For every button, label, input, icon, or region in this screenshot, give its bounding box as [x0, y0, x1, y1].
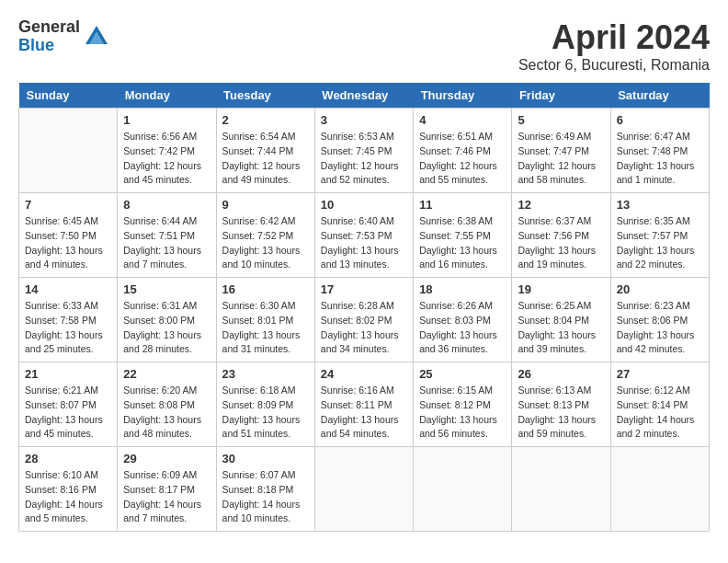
day-cell: 27Sunrise: 6:12 AM Sunset: 8:14 PM Dayli…	[610, 362, 709, 447]
day-info: Sunrise: 6:44 AM Sunset: 7:51 PM Dayligh…	[123, 214, 210, 272]
day-number: 18	[419, 282, 506, 296]
day-info: Sunrise: 6:56 AM Sunset: 7:42 PM Dayligh…	[123, 130, 210, 188]
day-info: Sunrise: 6:37 AM Sunset: 7:56 PM Dayligh…	[518, 214, 604, 272]
day-cell: 19Sunrise: 6:25 AM Sunset: 8:04 PM Dayli…	[512, 278, 610, 362]
day-number: 7	[25, 198, 111, 212]
day-number: 5	[518, 113, 604, 127]
logo: General Blue	[18, 18, 109, 55]
empty-cell	[19, 109, 118, 193]
day-info: Sunrise: 6:16 AM Sunset: 8:11 PM Dayligh…	[321, 384, 407, 442]
day-info: Sunrise: 6:07 AM Sunset: 8:18 PM Dayligh…	[222, 468, 309, 526]
empty-cell	[610, 447, 709, 532]
day-number: 22	[123, 367, 210, 381]
day-cell: 28Sunrise: 6:10 AM Sunset: 8:16 PM Dayli…	[19, 447, 118, 532]
day-number: 2	[222, 113, 309, 127]
day-number: 13	[617, 198, 703, 212]
day-number: 3	[321, 113, 407, 127]
day-number: 29	[123, 452, 210, 465]
day-info: Sunrise: 6:47 AM Sunset: 7:48 PM Dayligh…	[617, 130, 703, 188]
header-saturday: Saturday	[610, 83, 709, 109]
day-info: Sunrise: 6:13 AM Sunset: 8:13 PM Dayligh…	[518, 384, 604, 442]
day-info: Sunrise: 6:20 AM Sunset: 8:08 PM Dayligh…	[123, 384, 210, 442]
day-number: 4	[419, 113, 506, 127]
day-cell: 13Sunrise: 6:35 AM Sunset: 7:57 PM Dayli…	[610, 193, 709, 278]
header-friday: Friday	[512, 83, 610, 109]
header-monday: Monday	[118, 83, 216, 109]
logo-blue: Blue	[18, 37, 80, 55]
day-cell: 7Sunrise: 6:45 AM Sunset: 7:50 PM Daylig…	[19, 193, 118, 278]
day-info: Sunrise: 6:25 AM Sunset: 8:04 PM Dayligh…	[518, 299, 604, 357]
day-number: 16	[222, 282, 309, 296]
day-info: Sunrise: 6:28 AM Sunset: 8:02 PM Dayligh…	[321, 299, 407, 357]
day-number: 17	[321, 282, 407, 296]
calendar-header-row: SundayMondayTuesdayWednesdayThursdayFrid…	[19, 83, 710, 109]
day-cell: 29Sunrise: 6:09 AM Sunset: 8:17 PM Dayli…	[118, 447, 216, 532]
day-cell: 2Sunrise: 6:54 AM Sunset: 7:44 PM Daylig…	[216, 109, 314, 193]
day-info: Sunrise: 6:38 AM Sunset: 7:55 PM Dayligh…	[419, 214, 506, 272]
day-cell: 18Sunrise: 6:26 AM Sunset: 8:03 PM Dayli…	[414, 278, 512, 362]
day-cell: 17Sunrise: 6:28 AM Sunset: 8:02 PM Dayli…	[314, 278, 413, 362]
header-tuesday: Tuesday	[216, 83, 314, 109]
header-wednesday: Wednesday	[314, 83, 413, 109]
calendar-week-2: 7Sunrise: 6:45 AM Sunset: 7:50 PM Daylig…	[19, 193, 710, 278]
day-info: Sunrise: 6:51 AM Sunset: 7:46 PM Dayligh…	[419, 130, 506, 188]
calendar-week-5: 28Sunrise: 6:10 AM Sunset: 8:16 PM Dayli…	[19, 447, 710, 532]
day-cell: 25Sunrise: 6:15 AM Sunset: 8:12 PM Dayli…	[414, 362, 512, 447]
day-cell: 12Sunrise: 6:37 AM Sunset: 7:56 PM Dayli…	[512, 193, 610, 278]
day-info: Sunrise: 6:10 AM Sunset: 8:16 PM Dayligh…	[25, 468, 111, 526]
page-header: General Blue April 2024 Sector 6, Bucure…	[18, 18, 710, 74]
title-block: April 2024 Sector 6, Bucuresti, Romania	[518, 18, 710, 74]
day-cell: 11Sunrise: 6:38 AM Sunset: 7:55 PM Dayli…	[414, 193, 512, 278]
day-info: Sunrise: 6:33 AM Sunset: 7:58 PM Dayligh…	[25, 299, 111, 357]
day-cell: 26Sunrise: 6:13 AM Sunset: 8:13 PM Dayli…	[512, 362, 610, 447]
day-cell: 10Sunrise: 6:40 AM Sunset: 7:53 PM Dayli…	[314, 193, 413, 278]
day-number: 19	[518, 282, 604, 296]
day-info: Sunrise: 6:15 AM Sunset: 8:12 PM Dayligh…	[419, 384, 506, 442]
day-number: 23	[222, 367, 309, 381]
day-cell: 4Sunrise: 6:51 AM Sunset: 7:46 PM Daylig…	[414, 109, 512, 193]
day-cell: 16Sunrise: 6:30 AM Sunset: 8:01 PM Dayli…	[216, 278, 314, 362]
day-number: 27	[617, 367, 703, 381]
day-number: 20	[617, 282, 703, 296]
day-info: Sunrise: 6:40 AM Sunset: 7:53 PM Dayligh…	[321, 214, 407, 272]
empty-cell	[314, 447, 413, 532]
day-number: 30	[222, 452, 309, 465]
header-thursday: Thursday	[414, 83, 512, 109]
day-info: Sunrise: 6:45 AM Sunset: 7:50 PM Dayligh…	[25, 214, 111, 272]
day-cell: 9Sunrise: 6:42 AM Sunset: 7:52 PM Daylig…	[216, 193, 314, 278]
day-number: 10	[321, 198, 407, 212]
day-number: 14	[25, 282, 111, 296]
day-info: Sunrise: 6:42 AM Sunset: 7:52 PM Dayligh…	[222, 214, 309, 272]
day-cell: 6Sunrise: 6:47 AM Sunset: 7:48 PM Daylig…	[610, 109, 709, 193]
day-number: 26	[518, 367, 604, 381]
calendar-week-3: 14Sunrise: 6:33 AM Sunset: 7:58 PM Dayli…	[19, 278, 710, 362]
day-info: Sunrise: 6:31 AM Sunset: 8:00 PM Dayligh…	[123, 299, 210, 357]
empty-cell	[414, 447, 512, 532]
calendar-week-1: 1Sunrise: 6:56 AM Sunset: 7:42 PM Daylig…	[19, 109, 710, 193]
subtitle: Sector 6, Bucuresti, Romania	[518, 57, 710, 74]
day-cell: 15Sunrise: 6:31 AM Sunset: 8:00 PM Dayli…	[118, 278, 216, 362]
day-info: Sunrise: 6:35 AM Sunset: 7:57 PM Dayligh…	[617, 214, 703, 272]
day-info: Sunrise: 6:09 AM Sunset: 8:17 PM Dayligh…	[123, 468, 210, 526]
day-info: Sunrise: 6:12 AM Sunset: 8:14 PM Dayligh…	[617, 384, 703, 442]
main-title: April 2024	[518, 18, 710, 57]
day-info: Sunrise: 6:26 AM Sunset: 8:03 PM Dayligh…	[419, 299, 506, 357]
logo-icon	[84, 24, 109, 50]
day-info: Sunrise: 6:49 AM Sunset: 7:47 PM Dayligh…	[518, 130, 604, 188]
day-info: Sunrise: 6:30 AM Sunset: 8:01 PM Dayligh…	[222, 299, 309, 357]
day-number: 21	[25, 367, 111, 381]
day-cell: 3Sunrise: 6:53 AM Sunset: 7:45 PM Daylig…	[314, 109, 413, 193]
day-info: Sunrise: 6:18 AM Sunset: 8:09 PM Dayligh…	[222, 384, 309, 442]
day-cell: 23Sunrise: 6:18 AM Sunset: 8:09 PM Dayli…	[216, 362, 314, 447]
day-cell: 21Sunrise: 6:21 AM Sunset: 8:07 PM Dayli…	[19, 362, 118, 447]
header-sunday: Sunday	[19, 83, 118, 109]
day-cell: 24Sunrise: 6:16 AM Sunset: 8:11 PM Dayli…	[314, 362, 413, 447]
day-number: 24	[321, 367, 407, 381]
day-number: 15	[123, 282, 210, 296]
day-number: 12	[518, 198, 604, 212]
calendar: SundayMondayTuesdayWednesdayThursdayFrid…	[18, 83, 710, 532]
day-info: Sunrise: 6:23 AM Sunset: 8:06 PM Dayligh…	[617, 299, 703, 357]
day-cell: 20Sunrise: 6:23 AM Sunset: 8:06 PM Dayli…	[610, 278, 709, 362]
calendar-week-4: 21Sunrise: 6:21 AM Sunset: 8:07 PM Dayli…	[19, 362, 710, 447]
day-info: Sunrise: 6:53 AM Sunset: 7:45 PM Dayligh…	[321, 130, 407, 188]
